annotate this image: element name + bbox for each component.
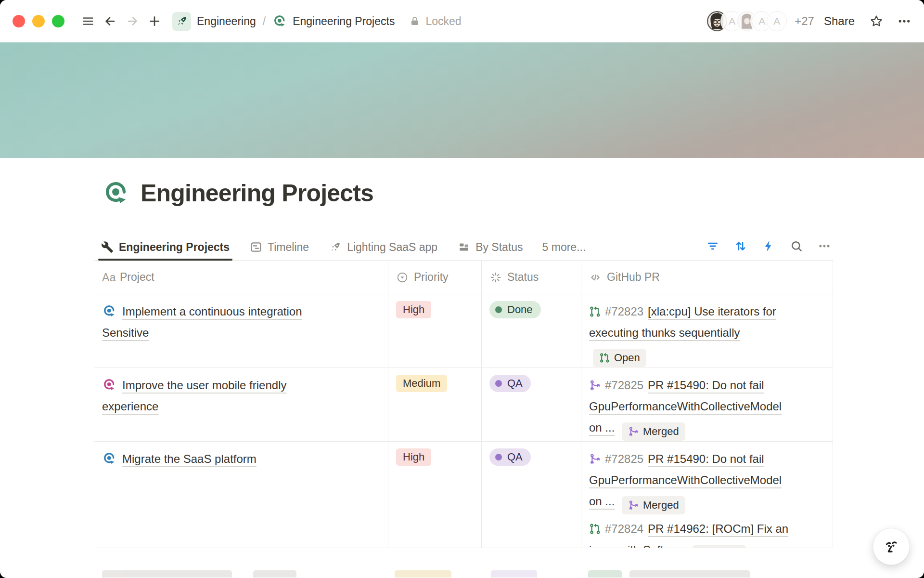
- table-header-row: AaProjectPriorityStatusGitHub PR: [94, 261, 833, 294]
- breadcrumb-page[interactable]: Engineering Projects: [293, 15, 395, 28]
- git-merge-icon: [628, 500, 639, 511]
- status-label: Done: [507, 303, 533, 316]
- filter-button[interactable]: [706, 239, 719, 255]
- pr-entry: #72825PR #15490: Do not fail GpuPerforma…: [589, 375, 796, 441]
- code-icon: [589, 271, 602, 284]
- lightning-button[interactable]: [762, 239, 775, 255]
- pr-state-badge: Open: [593, 349, 646, 367]
- project-cycle-icon: [102, 378, 116, 392]
- github-pr-cell[interactable]: #72825PR #15490: Do not fail GpuPerforma…: [581, 442, 833, 548]
- table-body: Implement a continuous integration Sensi…: [94, 294, 833, 548]
- notion-ai-button[interactable]: [873, 528, 910, 565]
- timeline-icon: [250, 241, 262, 253]
- column-header-status[interactable]: Status: [482, 261, 581, 294]
- tab-engineering-projects[interactable]: Engineering Projects: [98, 234, 232, 260]
- git-merge-icon: [628, 426, 639, 437]
- sidebar-menu-button[interactable]: [77, 10, 99, 32]
- new-tab-button[interactable]: [143, 10, 166, 32]
- project-cell[interactable]: Implement a continuous integration Sensi…: [94, 294, 388, 368]
- dots-button[interactable]: [818, 239, 831, 255]
- search-icon: [790, 239, 803, 253]
- column-header-github-pr[interactable]: GitHub PR: [581, 261, 833, 294]
- collaborator-overflow-count[interactable]: +27: [795, 14, 814, 28]
- pr-entry: #72823[xla:cpu] Use iterators for execut…: [589, 301, 796, 367]
- status-tag: QA: [489, 448, 531, 466]
- status-tag: QA: [489, 375, 531, 392]
- priority-cell[interactable]: Medium: [388, 368, 482, 441]
- view-actions: [706, 239, 833, 255]
- project-cell[interactable]: Migrate the SaaS platform: [94, 442, 388, 548]
- column-label: Project: [120, 271, 154, 284]
- zoom-window-button[interactable]: [52, 15, 64, 27]
- rocket-icon: [176, 15, 188, 27]
- status-cell[interactable]: QA: [482, 368, 581, 441]
- share-button[interactable]: Share: [824, 14, 855, 28]
- project-cycle-icon: [102, 451, 116, 466]
- page-cover-image[interactable]: [0, 42, 924, 158]
- window-controls: [13, 15, 64, 27]
- toolbar-right: AAA +27 Share: [707, 11, 911, 31]
- github-pr-cell[interactable]: #72823[xla:cpu] Use iterators for execut…: [581, 294, 833, 368]
- status-dot: [495, 454, 502, 460]
- page-header: Engineering Projects: [102, 179, 833, 207]
- pr-state-label: Merged: [643, 495, 679, 516]
- column-label: Priority: [414, 271, 449, 284]
- back-button[interactable]: [99, 10, 121, 32]
- status-dot: [495, 306, 502, 313]
- avatar-initial: A: [773, 15, 780, 27]
- pr-state-badge: Open: [693, 545, 746, 548]
- github-pr-cell[interactable]: #72825PR #15490: Do not fail GpuPerforma…: [581, 368, 833, 441]
- tab-label: Lighting SaaS app: [347, 241, 437, 254]
- pr-state-label: Open: [714, 543, 740, 548]
- project-link[interactable]: Improve the user mobile friendly experie…: [102, 379, 286, 413]
- page-icon-cycle[interactable]: [102, 179, 130, 207]
- plus-icon: [148, 14, 161, 28]
- project-link[interactable]: Implement a continuous integration Sensi…: [102, 305, 302, 339]
- pr-state-badge: Merged: [622, 496, 685, 514]
- breadcrumb-workspace[interactable]: Engineering: [197, 15, 256, 28]
- back-arrow-icon: [103, 14, 117, 28]
- status-label: QA: [507, 377, 523, 390]
- column-header-priority[interactable]: Priority: [388, 261, 482, 294]
- status-label: QA: [507, 451, 523, 463]
- search-button[interactable]: [790, 239, 803, 255]
- pr-entry: #72825PR #15490: Do not fail GpuPerforma…: [589, 448, 796, 514]
- tab-timeline[interactable]: Timeline: [247, 234, 312, 260]
- project-link[interactable]: Migrate the SaaS platform: [122, 452, 257, 465]
- lightning-icon: [762, 239, 775, 253]
- status-dot: [495, 380, 502, 387]
- git-pull-request-icon: [599, 353, 610, 363]
- project-cell[interactable]: Improve the user mobile friendly experie…: [94, 368, 388, 441]
- pr-number: #72823: [605, 305, 643, 318]
- priority-cell[interactable]: High: [388, 442, 482, 548]
- priority-cell[interactable]: High: [388, 294, 482, 368]
- git-pull-request-icon: [589, 523, 601, 535]
- minimize-window-button[interactable]: [32, 15, 45, 27]
- avatar[interactable]: A: [767, 11, 787, 31]
- priority-tag: High: [396, 448, 431, 466]
- forward-arrow-icon: [126, 14, 139, 28]
- pr-number: #72825: [605, 452, 643, 465]
- select-icon: [396, 271, 409, 284]
- tab-by-status[interactable]: By Status: [455, 234, 526, 260]
- close-window-button[interactable]: [13, 15, 25, 27]
- more-views-button[interactable]: 5 more...: [542, 241, 586, 254]
- pr-entry: #72824PR #14962: [ROCm] Fix an issue wit…: [589, 518, 796, 548]
- forward-button[interactable]: [121, 10, 143, 32]
- workspace-chip[interactable]: [172, 12, 191, 31]
- text-type-icon: Aa: [102, 271, 115, 284]
- status-cell[interactable]: Done: [482, 294, 581, 368]
- collaborator-avatars[interactable]: AAA: [707, 11, 787, 31]
- sort-button[interactable]: [734, 239, 747, 255]
- lock-status[interactable]: Locked: [409, 15, 461, 28]
- dots-icon: [818, 239, 831, 253]
- cycle-icon: [272, 14, 287, 28]
- favorite-star-icon[interactable]: [869, 14, 884, 28]
- status-cell[interactable]: QA: [482, 442, 581, 548]
- column-header-project[interactable]: AaProject: [94, 261, 388, 294]
- filter-icon: [706, 239, 719, 253]
- breadcrumb: Engineering / Engineering Projects: [172, 12, 395, 31]
- more-options-icon[interactable]: [897, 14, 911, 28]
- wrench-icon: [101, 241, 114, 253]
- tab-lighting-saas-app[interactable]: Lighting SaaS app: [326, 234, 440, 260]
